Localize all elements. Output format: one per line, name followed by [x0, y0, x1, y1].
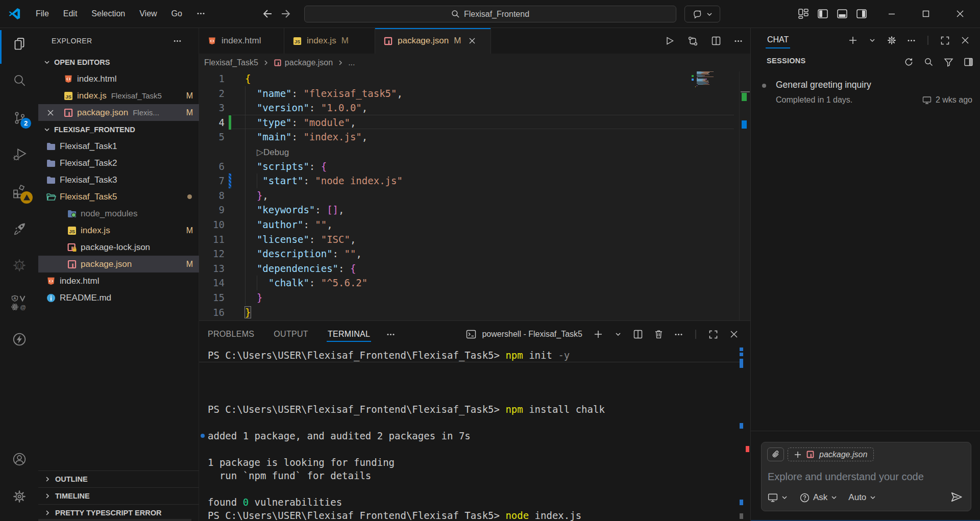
terminal-session-label[interactable]: powershell - Flexisaf_Task5	[466, 329, 582, 339]
copilot-button[interactable]	[684, 6, 720, 22]
chat-mode-picker[interactable]: Ask	[800, 492, 837, 503]
tab-package.json[interactable]: package.jsonM	[375, 28, 491, 54]
toggle-panel-icon[interactable]	[837, 8, 848, 19]
maximize-button[interactable]	[921, 9, 931, 19]
panel-separator	[694, 329, 698, 340]
activity-rocket-extension[interactable]	[0, 214, 38, 243]
open-editors-header[interactable]: OPEN EDITORS	[38, 54, 199, 70]
close-editor-icon[interactable]	[46, 109, 56, 117]
terminal-more-actions[interactable]	[674, 330, 683, 339]
session-target-picker[interactable]	[768, 492, 788, 503]
tree-item-Flexisaf_Task2[interactable]: Flexisaf_Task2	[38, 155, 199, 171]
session-list-item[interactable]: General greeting inquiry Completed in 1 …	[751, 73, 980, 110]
breadcrumb-item[interactable]: ...	[348, 58, 355, 67]
activity-accounts[interactable]	[0, 444, 38, 474]
new-terminal-button[interactable]	[593, 329, 603, 339]
explorer-more-actions-icon[interactable]	[173, 37, 182, 45]
activity-extensions[interactable]	[0, 177, 38, 207]
activity-gear-extension[interactable]: {}	[0, 251, 38, 280]
activity-source-control[interactable]: 2	[0, 103, 38, 133]
breadcrumb-item[interactable]: Flexisaf_Task5	[204, 58, 258, 67]
new-chat-button[interactable]	[848, 35, 858, 45]
open-editor-package.json[interactable]: package.jsonFlexis...M	[38, 104, 199, 121]
toggle-sidebar-icon[interactable]	[817, 8, 828, 19]
menu-view[interactable]: View	[132, 6, 164, 21]
activity-thunder-client[interactable]	[0, 325, 38, 354]
split-editor-button[interactable]	[711, 36, 721, 46]
tree-item-Flexisaf_Task1[interactable]: Flexisaf_Task1	[38, 138, 199, 155]
workspace-folder-header[interactable]: FLEXISAF_FRONTEND	[38, 121, 199, 138]
panel-tab-terminal[interactable]: TERMINAL	[328, 322, 370, 346]
more-menus-icon[interactable]	[189, 6, 212, 21]
panel-more-actions[interactable]	[386, 330, 395, 339]
tab-index.js[interactable]: JSindex.jsM	[284, 28, 375, 54]
model-picker[interactable]: Auto	[848, 492, 876, 503]
filter-sessions-icon[interactable]	[944, 57, 953, 67]
close-chat-button[interactable]	[960, 35, 970, 45]
tree-item-index.html[interactable]: index.html	[38, 272, 199, 289]
chat-input-box[interactable]: package.json Explore and understand your…	[761, 442, 971, 511]
refresh-sessions-icon[interactable]	[904, 57, 914, 67]
panel-tab-output[interactable]: OUTPUT	[274, 322, 308, 346]
code-editor[interactable]: 1{2 "name": "flexisaf_task5",3 "version"…	[199, 71, 750, 320]
search-icon	[451, 10, 460, 18]
tree-item-package.json[interactable]: package.jsonM	[38, 256, 199, 272]
chat-more-actions[interactable]	[907, 36, 916, 45]
maximize-panel-button[interactable]	[708, 330, 718, 339]
menu-go[interactable]: Go	[164, 6, 189, 21]
minimize-button[interactable]	[887, 9, 897, 19]
tree-item-Flexisaf_Task3[interactable]: Flexisaf_Task3	[38, 171, 199, 188]
close-panel-button[interactable]	[729, 329, 739, 339]
minimap[interactable]	[695, 71, 726, 87]
command-decoration-dot[interactable]	[201, 434, 205, 438]
sessions-layout-icon[interactable]	[964, 57, 973, 67]
activity-settings[interactable]	[0, 482, 38, 511]
open-editor-index.js[interactable]: JSindex.jsFlexisaf_Task5M	[38, 87, 199, 104]
section-timeline[interactable]: TIMELINE	[38, 487, 199, 504]
kill-terminal-button[interactable]	[654, 329, 664, 339]
tree-item-package-lock.json[interactable]: package-lock.json	[38, 239, 199, 256]
run-file-button[interactable]	[665, 36, 675, 46]
split-terminal-button[interactable]	[633, 329, 643, 339]
customize-layout-icon[interactable]	[798, 8, 809, 19]
search-sessions-icon[interactable]	[924, 57, 934, 67]
navigate-forward-icon[interactable]	[281, 7, 292, 20]
activity-search[interactable]	[0, 66, 38, 95]
menu-selection[interactable]: Selection	[84, 6, 132, 21]
send-button[interactable]	[950, 490, 963, 504]
terminal[interactable]: PS C:\Users\USER\Flexisaf_Frontend\Flexi…	[199, 349, 750, 521]
extensions-warning-badge	[20, 191, 33, 204]
launch-profile-chevron[interactable]	[614, 330, 622, 338]
menu-file[interactable]: File	[29, 6, 56, 21]
chat-tab[interactable]: CHAT	[767, 35, 789, 44]
navigate-back-icon[interactable]	[261, 7, 272, 20]
chat-fullscreen-button[interactable]	[940, 36, 950, 45]
tree-item-node_modules[interactable]: node_modules	[38, 205, 199, 222]
tree-item-Flexisaf_Task5[interactable]: Flexisaf_Task5	[38, 188, 199, 205]
section-outline[interactable]: OUTLINE	[38, 470, 199, 487]
breadcrumb-item[interactable]: package.json	[274, 58, 333, 67]
attachment-chip[interactable]: package.json	[788, 448, 874, 461]
tree-item-README.md[interactable]: README.md	[38, 289, 199, 306]
breadcrumb[interactable]: Flexisaf_Task5package.json...	[199, 54, 750, 71]
panel-tab-problems[interactable]: PROBLEMS	[208, 322, 254, 346]
open-changes-button[interactable]	[688, 36, 698, 46]
npm-icon	[67, 259, 77, 269]
activity-extension-pack[interactable]: A@	[0, 288, 38, 317]
code-line-9: 9 "keywords": [],	[199, 203, 750, 217]
tree-item-index.js[interactable]: JSindex.jsM	[38, 222, 199, 239]
menu-edit[interactable]: Edit	[56, 6, 85, 21]
activity-explorer[interactable]	[0, 29, 38, 59]
close-window-button[interactable]	[955, 9, 965, 19]
activity-run-and-debug[interactable]	[0, 140, 38, 169]
new-chat-chevron[interactable]	[868, 36, 876, 44]
close-tab-icon[interactable]	[468, 37, 476, 45]
toggle-secondary-sidebar-icon[interactable]	[856, 8, 867, 19]
chat-settings-icon[interactable]	[887, 35, 897, 45]
tab-index.html[interactable]: index.html	[199, 28, 284, 54]
attach-button[interactable]	[767, 448, 784, 461]
command-center-search[interactable]: Flexisaf_Frontend	[304, 6, 676, 22]
terminal-token: install chalk	[523, 404, 605, 415]
editor-more-actions[interactable]	[734, 37, 743, 45]
open-editor-index.html[interactable]: index.html	[38, 70, 199, 87]
